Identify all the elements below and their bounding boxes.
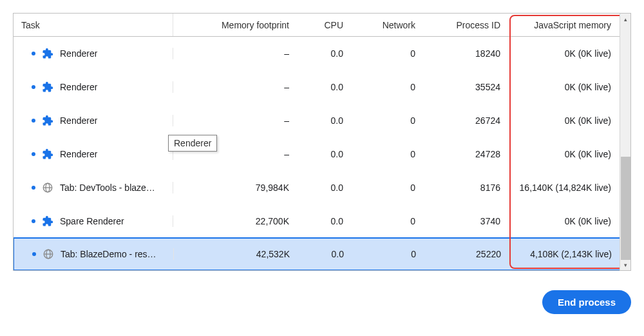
bullet-icon [32,52,35,55]
js-memory-cell: 0K (0K live) [508,48,619,59]
table-row[interactable]: Renderer–0.00182400K (0K live) [14,37,630,70]
js-memory-cell: 0K (0K live) [508,115,619,126]
table-header: Task Memory footprint CPU Network Proces… [14,14,630,37]
col-header-task[interactable]: Task [14,14,173,36]
table-row[interactable]: Spare Renderer22,700K0.0037400K (0K live… [14,204,630,238]
bullet-icon [32,152,35,156]
task-cell: Spare Renderer [14,215,173,227]
table-row[interactable]: Tab: BlazeDemo - res…42,532K0.00252204,1… [13,237,631,271]
extension-icon [42,215,53,227]
col-header-pid[interactable]: Process ID [423,14,508,36]
js-memory-cell: 0K (0K live) [508,82,619,92]
bullet-icon [32,186,35,190]
extension-icon [42,148,53,160]
memory-cell: 42,532K [174,249,298,259]
pid-cell: 26724 [423,115,508,126]
network-cell: 0 [351,115,423,126]
tooltip: Renderer [168,135,217,152]
task-name: Tab: DevTools - blaze… [60,183,155,193]
task-cell: Renderer [14,148,173,160]
memory-cell: 79,984K [173,183,297,193]
cpu-cell: 0.0 [297,115,351,126]
task-name: Renderer [60,48,97,59]
globe-icon [42,182,53,193]
cpu-cell: 0.0 [298,249,352,259]
js-memory-cell: 16,140K (14,824K live) [508,183,619,193]
js-memory-cell: 0K (0K live) [508,149,619,159]
scrollbar[interactable]: ▴ ▾ [620,14,630,270]
task-name: Spare Renderer [60,216,124,226]
bullet-icon [32,219,35,223]
task-cell: Tab: DevTools - blaze… [14,182,173,193]
network-cell: 0 [351,183,423,193]
memory-cell: – [173,48,297,59]
scroll-up-icon[interactable]: ▴ [620,14,631,25]
table-row[interactable]: Renderer–0.00267240K (0K live) [14,104,630,137]
js-memory-cell: 0K (0K live) [508,216,619,226]
network-cell: 0 [351,48,423,59]
network-cell: 0 [351,216,423,226]
scroll-down-icon[interactable]: ▾ [620,259,631,270]
network-cell: 0 [351,149,423,159]
col-header-js-memory[interactable]: JavaScript memory [508,14,619,36]
memory-cell: – [173,82,297,92]
cpu-cell: 0.0 [297,48,351,59]
col-header-cpu[interactable]: CPU [297,14,351,36]
pid-cell: 35524 [423,82,508,92]
table-body: Renderer–0.00182400K (0K live)Renderer–0… [14,37,630,271]
pid-cell: 8176 [423,183,508,193]
task-cell: Renderer [14,115,173,126]
table-row[interactable]: Renderer–0.00247280K (0K live) [14,137,630,171]
cpu-cell: 0.0 [297,149,351,159]
cpu-cell: 0.0 [297,216,351,226]
table-row[interactable]: Renderer–0.00355240K (0K live) [14,70,630,104]
js-memory-cell: 4,108K (2,143K live) [509,249,620,259]
pid-cell: 3740 [423,216,508,226]
pid-cell: 24728 [423,149,508,159]
task-manager-table: Task Memory footprint CPU Network Proces… [13,13,631,271]
memory-cell: – [173,115,297,126]
extension-icon [42,115,53,126]
extension-icon [42,48,53,59]
bullet-icon [32,252,36,256]
pid-cell: 25220 [424,249,509,259]
col-header-memory[interactable]: Memory footprint [173,14,297,36]
extension-icon [42,81,53,93]
task-cell: Renderer [14,81,173,93]
task-name: Tab: BlazeDemo - res… [61,249,156,259]
end-process-button[interactable]: End process [542,290,631,314]
memory-cell: 22,700K [173,216,297,226]
task-cell: Tab: BlazeDemo - res… [14,248,174,260]
bullet-icon [32,85,35,89]
network-cell: 0 [351,82,423,92]
task-name: Renderer [60,149,97,159]
globe-icon [43,248,54,260]
cpu-cell: 0.0 [297,183,351,193]
task-name: Renderer [60,82,97,92]
col-header-network[interactable]: Network [351,14,423,36]
bullet-icon [32,119,35,123]
table-row[interactable]: Tab: DevTools - blaze…79,984K0.00817616,… [14,171,630,204]
scroll-thumb[interactable] [621,157,630,260]
task-cell: Renderer [14,48,173,59]
cpu-cell: 0.0 [297,82,351,92]
network-cell: 0 [352,249,424,259]
task-name: Renderer [60,115,97,126]
pid-cell: 18240 [423,48,508,59]
